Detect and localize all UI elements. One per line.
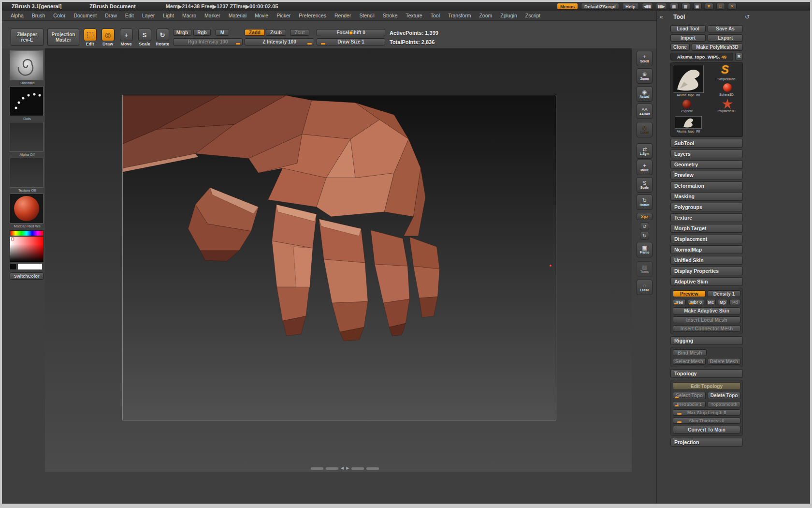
zmapper-button[interactable]: ZMapper rev-E	[11, 29, 44, 46]
menu-layer[interactable]: Layer	[142, 13, 155, 18]
draw-size-slider[interactable]: Draw Size 1	[317, 38, 385, 45]
palette-reset-icon[interactable]: ↺	[745, 14, 750, 20]
local-pivot-button[interactable]: ◎ Local	[637, 122, 652, 137]
rgb-button[interactable]: Rgb	[193, 29, 211, 36]
frame-button[interactable]: ▣ Frame	[637, 242, 652, 257]
focal-shift-slider[interactable]: Focal Shift 0	[317, 29, 385, 36]
help-button[interactable]: Help	[622, 3, 639, 10]
menu-render[interactable]: Render	[334, 13, 351, 18]
density-slider[interactable]: Density 1	[708, 290, 740, 297]
section-rigging[interactable]: Rigging	[670, 336, 743, 345]
section-topology[interactable]: Topology	[670, 369, 743, 378]
section-masking[interactable]: Masking	[670, 192, 743, 201]
scale-mode-button[interactable]: S Scale	[137, 29, 152, 46]
menu-macro[interactable]: Macro	[182, 13, 196, 18]
section-deformation[interactable]: Deformation	[670, 181, 743, 190]
zadd-button[interactable]: Zadd	[245, 29, 265, 36]
menu-zplugin[interactable]: Zplugin	[500, 13, 517, 18]
menu-document[interactable]: Document	[73, 13, 97, 18]
make-polymesh3d-button[interactable]: Make PolyMesh3D	[692, 44, 743, 51]
mc-button[interactable]: Mc	[706, 299, 716, 305]
insert-local-mesh-button[interactable]: Insert Local Mesh	[673, 316, 740, 323]
section-subtool[interactable]: SubTool	[670, 139, 743, 148]
draw-mode-button[interactable]: ◎ Draw	[100, 29, 116, 46]
select-mesh-button[interactable]: Select Mesh	[673, 358, 706, 365]
clone-button[interactable]: Clone	[670, 44, 690, 51]
menu-edit[interactable]: Edit	[125, 13, 134, 18]
rgb-intensity-slider[interactable]: Rgb Intensity 100	[173, 38, 243, 45]
restore-config-button[interactable]: R	[735, 53, 743, 60]
insert-connector-mesh-button[interactable]: Insert Connector Mesh	[673, 325, 740, 332]
delete-topo-button[interactable]: Delete Topo	[708, 392, 740, 399]
scale-view-button[interactable]: S Scale	[637, 177, 652, 193]
minimize-button[interactable]: ▼	[705, 3, 713, 10]
standard-brush-thumbnail[interactable]	[10, 50, 44, 80]
menu-texture[interactable]: Texture	[406, 13, 422, 18]
menu-tool[interactable]: Tool	[431, 13, 440, 18]
z-intensity-slider[interactable]: Z Intensity 100	[245, 38, 314, 45]
scroll-right-icon[interactable]: ▶	[346, 466, 349, 470]
texture-thumbnail[interactable]	[10, 158, 44, 188]
zsphere-icon[interactable]	[682, 100, 691, 108]
hue-strip[interactable]	[10, 230, 44, 236]
section-displacement[interactable]: Displacement	[670, 235, 743, 243]
saturation-value-picker[interactable]	[10, 236, 44, 262]
scroll-left-icon[interactable]: ◀	[341, 466, 344, 470]
import-button[interactable]: Import	[670, 34, 706, 42]
pd-button[interactable]: Pd	[729, 299, 740, 305]
material-thumbnail[interactable]	[10, 194, 44, 224]
section-layers[interactable]: Layers	[670, 149, 743, 158]
mbr-slider[interactable]: Mbr 0	[688, 299, 704, 305]
scrollbar-segment[interactable]	[311, 467, 323, 470]
menu-draw[interactable]: Draw	[105, 13, 117, 18]
scrollbar-segment[interactable]	[351, 467, 364, 470]
scrollbar-segment[interactable]	[366, 467, 379, 470]
zcut-button[interactable]: Zcut	[290, 29, 309, 36]
rotate-mode-button[interactable]: ↻ Rotate	[155, 29, 170, 46]
current-texture-item[interactable]: Texture Off	[10, 158, 44, 193]
current-alpha-item[interactable]: Alpha Off	[10, 122, 44, 157]
close-button[interactable]: ×	[728, 3, 737, 10]
scrollbar-segment[interactable]	[326, 467, 338, 470]
make-adaptive-skin-button[interactable]: Make Adaptive Skin	[673, 307, 740, 314]
actual-size-button[interactable]: ◉ Actual	[637, 86, 652, 102]
spin-left-button[interactable]: ↺	[640, 223, 649, 230]
local-symmetry-button[interactable]: ⇄ L.Sym	[637, 143, 652, 159]
secondary-color-swatch[interactable]	[10, 263, 16, 270]
menu-color[interactable]: Color	[53, 13, 65, 18]
sphere3d-icon[interactable]	[723, 83, 732, 92]
active-tool-thumbnail[interactable]	[673, 65, 704, 93]
toposmooth-button[interactable]: TopoSmooth	[708, 401, 740, 407]
simplebrush-icon[interactable]: S	[721, 63, 729, 76]
mp-button[interactable]: Mp	[718, 299, 727, 305]
current-color-swatch[interactable]	[17, 263, 43, 270]
polymesh3d-star-icon[interactable]	[722, 99, 733, 109]
move-mode-button[interactable]: + Move	[118, 29, 134, 46]
section-display-properties[interactable]: Display Properties	[670, 267, 743, 275]
zoom-button[interactable]: ⊕ Zoom	[637, 68, 652, 84]
akuma2-thumbnail[interactable]	[675, 116, 702, 129]
menu-transform[interactable]: Transform	[448, 13, 471, 18]
current-material-item[interactable]: MatCap Red Wa	[10, 194, 44, 229]
restore-doc-icon[interactable]: ▥	[682, 3, 690, 10]
menu-brush[interactable]: Brush	[32, 13, 45, 18]
left-tray-toggle-icon[interactable]: ◀▮▮	[642, 3, 653, 10]
bind-mesh-button[interactable]: Bind Mesh	[673, 349, 707, 356]
scroll-button[interactable]: + Scroll	[637, 51, 652, 66]
tray-collapse-icon[interactable]: «	[660, 14, 663, 20]
menu-alpha[interactable]: Alpha	[11, 13, 24, 18]
section-normalmap[interactable]: NormalMap	[670, 245, 743, 254]
edit-mode-button[interactable]: Edit	[82, 29, 98, 46]
dots-stroke-thumbnail[interactable]	[10, 86, 44, 116]
mrgb-button[interactable]: Mrgb	[173, 29, 191, 36]
presubdiv-slider[interactable]: PreSubdiv 1	[673, 401, 706, 407]
section-texture[interactable]: Texture	[670, 213, 743, 222]
section-geometry[interactable]: Geometry	[670, 160, 743, 169]
menu-zoom[interactable]: Zoom	[479, 13, 492, 18]
menu-light[interactable]: Light	[163, 13, 174, 18]
current-brush-item[interactable]: Standard	[10, 50, 44, 86]
lock-icon[interactable]: ▣	[693, 3, 702, 10]
canvas-document[interactable]	[122, 95, 556, 420]
menus-button[interactable]: Menus	[557, 3, 578, 10]
load-tool-button[interactable]: Load Tool	[670, 25, 706, 32]
